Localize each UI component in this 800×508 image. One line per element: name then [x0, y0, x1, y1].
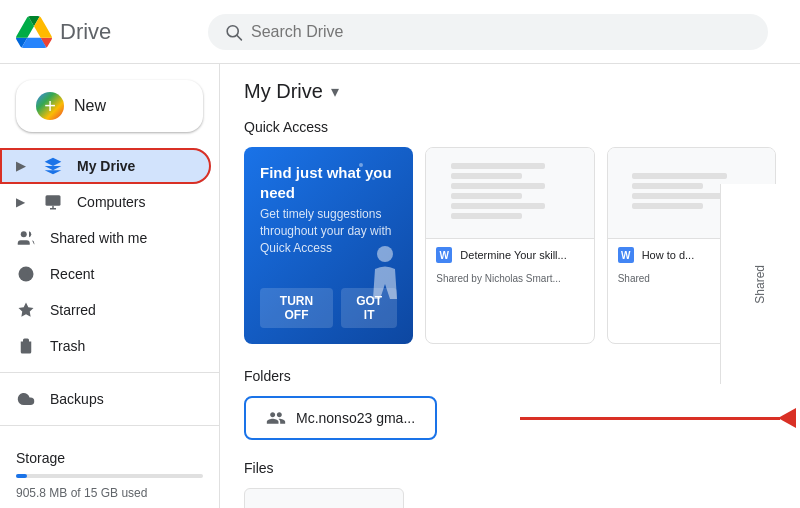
- storage-label: Storage: [16, 450, 203, 466]
- sidebar-item-recent-label: Recent: [50, 266, 94, 282]
- search-input[interactable]: [251, 23, 752, 41]
- sidebar-item-recent[interactable]: Recent: [0, 256, 211, 292]
- trash-icon: [16, 336, 36, 356]
- sidebar-item-my-drive[interactable]: ▶ My Drive: [0, 148, 211, 184]
- doc-line: [451, 163, 545, 169]
- annotation-arrow: [520, 408, 796, 428]
- sidebar-item-backups-label: Backups: [50, 391, 104, 407]
- expand-icon-computers: ▶: [16, 195, 25, 209]
- storage-bar-bg: [16, 474, 203, 478]
- sidebar-item-starred-label: Starred: [50, 302, 96, 318]
- folders-section: Folders Mc.nonso23 gma...: [244, 368, 776, 440]
- sidebar-item-backups[interactable]: Backups: [0, 381, 211, 417]
- sidebar-item-my-drive-label: My Drive: [77, 158, 135, 174]
- doc-shared-info: Shared by Nicholas Smart...: [426, 271, 593, 290]
- doc-line: [451, 183, 545, 189]
- content-area: My Drive ▾ Quick Access Find just what y…: [220, 64, 800, 508]
- shared-icon: [16, 228, 36, 248]
- computers-icon: [43, 192, 63, 212]
- doc-icon-2: W: [618, 247, 634, 263]
- folder-name: Mc.nonso23 gma...: [296, 410, 415, 426]
- svg-point-5: [21, 231, 27, 237]
- doc-line: [632, 183, 703, 189]
- quick-access-promo-card: Find just what you need Get timely sugge…: [244, 147, 413, 344]
- storage-text: 905.8 MB of 15 GB used: [16, 486, 203, 500]
- doc-preview-lines: [443, 155, 577, 231]
- plus-icon: +: [36, 92, 64, 120]
- files-section: Files G o o g l e: [244, 460, 776, 508]
- doc-name: Determine Your skill...: [460, 249, 583, 261]
- svg-marker-7: [19, 303, 34, 317]
- promo-title: Find just what you need: [260, 163, 397, 202]
- sidebar-item-shared-label: Shared with me: [50, 230, 147, 246]
- recent-icon: [16, 264, 36, 284]
- doc-line: [451, 173, 522, 179]
- sidebar: + New ▶ My Drive ▶ Computers Shared with…: [0, 64, 220, 508]
- doc-line: [632, 173, 726, 179]
- doc-line: [451, 203, 545, 209]
- doc-icon: W: [436, 247, 452, 263]
- doc-card-1-preview: [426, 148, 593, 238]
- logo-area: Drive: [16, 14, 196, 50]
- sidebar-item-trash[interactable]: Trash: [0, 328, 211, 364]
- doc-card-1-footer: W Determine Your skill...: [426, 238, 593, 271]
- folder-item-mc-nonso[interactable]: Mc.nonso23 gma...: [244, 396, 437, 440]
- svg-point-8: [377, 246, 393, 262]
- quick-access-label: Quick Access: [244, 119, 776, 135]
- folder-shared-icon: [266, 408, 286, 428]
- quick-access-doc-card-1[interactable]: W Determine Your skill... Shared by Nich…: [425, 147, 594, 344]
- sidebar-item-computers[interactable]: ▶ Computers: [0, 184, 211, 220]
- search-icon: [224, 22, 243, 42]
- doc-line: [632, 203, 703, 209]
- starred-icon: [16, 300, 36, 320]
- search-bar[interactable]: [208, 14, 768, 50]
- new-button-label: New: [74, 97, 106, 115]
- storage-bar-fill: [16, 474, 27, 478]
- file-preview-card[interactable]: G o o g l e: [244, 488, 404, 508]
- shared-panel: Shared: [720, 184, 800, 384]
- quick-access-grid: Find just what you need Get timely sugge…: [244, 147, 776, 344]
- files-label: Files: [244, 460, 776, 476]
- doc-line: [632, 193, 726, 199]
- svg-rect-2: [46, 195, 61, 206]
- expand-icon: ▶: [16, 159, 25, 173]
- new-button[interactable]: + New: [16, 80, 203, 132]
- main-layout: + New ▶ My Drive ▶ Computers Shared with…: [0, 64, 800, 508]
- page-title-row: My Drive ▾: [244, 80, 776, 103]
- sidebar-item-starred[interactable]: Starred: [0, 292, 211, 328]
- sidebar-item-computers-label: Computers: [77, 194, 145, 210]
- storage-section: Storage 905.8 MB of 15 GB used UPGRADE S…: [0, 434, 219, 508]
- svg-line-1: [237, 35, 241, 39]
- sidebar-item-shared[interactable]: Shared with me: [0, 220, 211, 256]
- page-title-chevron-icon[interactable]: ▾: [331, 82, 339, 101]
- sidebar-item-trash-label: Trash: [50, 338, 85, 354]
- doc-line: [451, 193, 522, 199]
- quick-access-section: Quick Access Find just what you need Get…: [244, 119, 776, 344]
- doc-line: [451, 213, 522, 219]
- shared-panel-label: Shared: [752, 265, 769, 304]
- folders-label: Folders: [244, 368, 776, 384]
- app-name: Drive: [60, 19, 111, 45]
- my-drive-icon: [43, 156, 63, 176]
- page-title: My Drive: [244, 80, 323, 103]
- promo-turn-off-button[interactable]: TURN OFF: [260, 288, 333, 328]
- backups-icon: [16, 389, 36, 409]
- drive-logo-icon: [16, 14, 52, 50]
- top-bar: Drive: [0, 0, 800, 64]
